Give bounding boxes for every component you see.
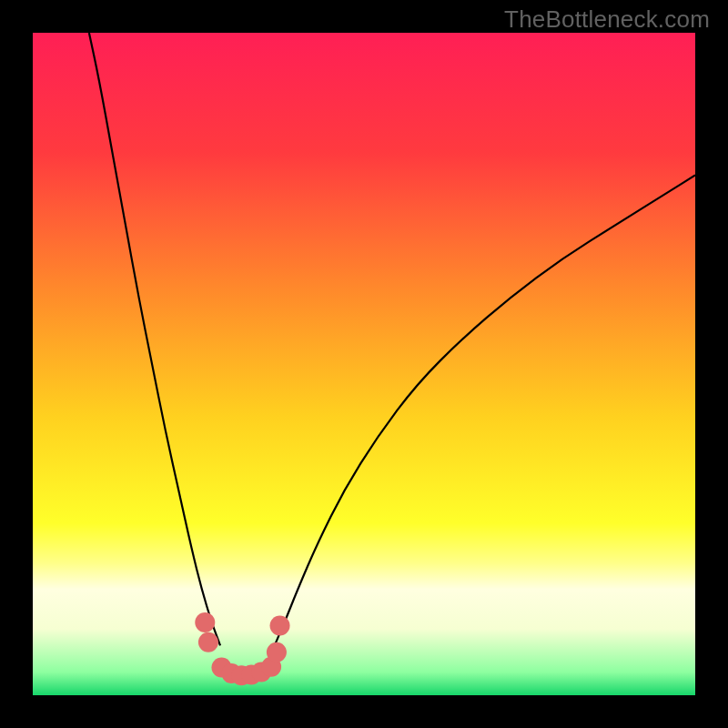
basin-dot [270, 616, 290, 636]
basin-dot [267, 642, 287, 662]
chart-plot-area [33, 33, 695, 695]
chart-frame: TheBottleneck.com [0, 0, 728, 728]
chart-svg [33, 33, 695, 695]
watermark-text: TheBottleneck.com [504, 5, 710, 34]
chart-background [33, 33, 695, 695]
basin-dot [195, 612, 215, 632]
basin-dot [198, 632, 218, 652]
